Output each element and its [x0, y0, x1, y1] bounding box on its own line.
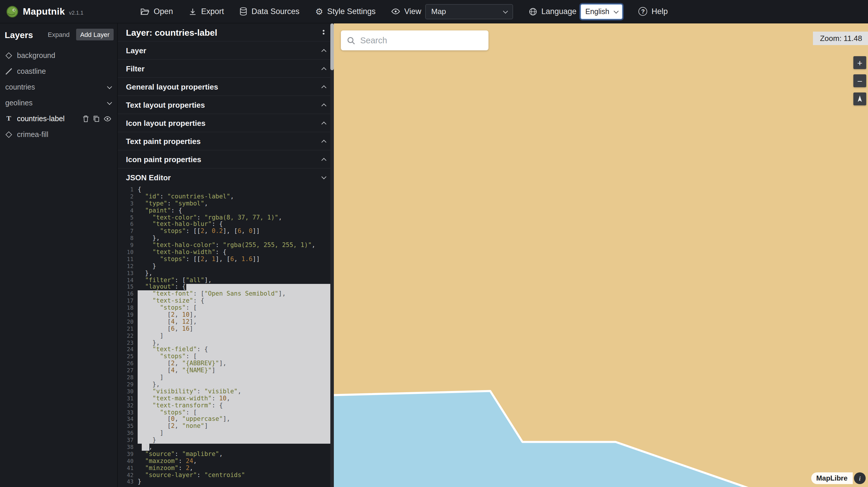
- chevron-down-icon[interactable]: [107, 84, 112, 89]
- search-icon: [347, 36, 355, 45]
- compass-button[interactable]: [854, 93, 866, 105]
- code-line: 30 "visibility": "visible",: [118, 388, 330, 395]
- kebab-menu-icon[interactable]: [321, 29, 326, 36]
- duplicate-icon[interactable]: [93, 115, 99, 122]
- visibility-icon[interactable]: [104, 116, 111, 122]
- code-line: 5 "text-color": "rgba(8, 37, 77, 1)",: [118, 214, 330, 221]
- code-line: 15 "layout": {: [118, 284, 330, 291]
- database-icon: [240, 7, 247, 16]
- code-line: 12 }: [118, 263, 330, 270]
- help-icon: ?: [639, 7, 648, 16]
- zoom-out-button[interactable]: −: [854, 74, 866, 87]
- chevron-down-icon: [321, 174, 327, 180]
- code-line: 27 [4, "{NAME}"]: [118, 367, 330, 374]
- layer-group-geolines[interactable]: geolines: [0, 95, 117, 110]
- code-line: 22 ]: [118, 332, 330, 339]
- view-menu: View Map: [391, 4, 513, 19]
- line-number: 5: [118, 214, 137, 221]
- code-line: 42 "source-layer": "centroids": [118, 472, 330, 479]
- code-line: 7 "stops": [[2, 0.2], [6, 0]]: [118, 228, 330, 235]
- line-number: 35: [118, 423, 137, 430]
- section-text-layout-properties[interactable]: Text layout properties: [118, 95, 334, 113]
- code-line: 2 "id": "countries-label",: [118, 193, 330, 200]
- code-line: 28 ]: [118, 374, 330, 381]
- line-number: 15: [118, 284, 137, 291]
- layer-item-background[interactable]: background: [0, 47, 117, 63]
- section-json-editor[interactable]: JSON Editor: [118, 168, 334, 186]
- line-number: 19: [118, 312, 137, 318]
- line-number: 26: [118, 360, 137, 367]
- section-icon-layout-properties[interactable]: Icon layout properties: [118, 113, 334, 132]
- section-icon-paint-properties[interactable]: Icon paint properties: [118, 150, 334, 168]
- panel-title: Layer: countries-label: [126, 27, 217, 37]
- line-layer-icon: [5, 68, 12, 75]
- line-number: 4: [118, 207, 137, 214]
- layer-list: backgroundcoastlinecountriesgeolinesTcou…: [0, 47, 117, 142]
- code-line: 21 [6, 16]: [118, 325, 330, 332]
- export-button[interactable]: Export: [189, 7, 224, 16]
- language-select[interactable]: English: [581, 4, 623, 19]
- code-line: 17 "text-size": {: [118, 298, 330, 305]
- help-button[interactable]: ? Help: [639, 7, 668, 16]
- style-settings-button[interactable]: ⚙ Style Settings: [315, 7, 375, 16]
- code-line: 37 }: [118, 437, 330, 444]
- maputnik-app: Maputnik v2.1.1 Open Export Data Sources…: [0, 0, 868, 487]
- section-text-paint-properties[interactable]: Text paint properties: [118, 132, 334, 150]
- zoom-in-button[interactable]: +: [854, 56, 866, 69]
- layer-item-coastline[interactable]: coastline: [0, 63, 117, 79]
- code-line: 40 "maxzoom": 24,: [118, 457, 330, 464]
- line-number: 32: [118, 402, 137, 409]
- data-sources-button[interactable]: Data Sources: [240, 7, 300, 16]
- map-water-shape: [334, 24, 868, 487]
- line-number: 11: [118, 256, 137, 263]
- code-line: 26 [2, "{ABBREV}"],: [118, 360, 330, 367]
- code-line: 20 [4, 12],: [118, 318, 330, 325]
- code-line: 14 "filter": ["all"],: [118, 277, 330, 284]
- line-number: 14: [118, 277, 137, 284]
- chevron-up-icon: [321, 122, 327, 126]
- open-button[interactable]: Open: [141, 7, 173, 16]
- globe-icon: [529, 7, 537, 15]
- trash-icon[interactable]: [83, 115, 89, 122]
- section-label: Filter: [126, 64, 145, 73]
- chevron-down-icon: [614, 8, 619, 13]
- add-layer-button[interactable]: Add Layer: [76, 29, 114, 40]
- json-editor[interactable]: 1{2 "id": "countries-label",3 "type": "s…: [118, 186, 330, 487]
- line-number: 12: [118, 263, 137, 270]
- view-select[interactable]: Map: [426, 4, 514, 19]
- section-label: Icon paint properties: [126, 155, 201, 164]
- line-number: 40: [118, 457, 137, 464]
- layer-group-countries[interactable]: countries: [0, 79, 117, 95]
- code-line: 38 },: [118, 444, 330, 451]
- section-layer[interactable]: Layer: [118, 41, 334, 59]
- code-line: 23 },: [118, 339, 330, 346]
- info-icon[interactable]: i: [854, 473, 866, 484]
- code-line: 3 "type": "symbol",: [118, 200, 330, 207]
- maplibre-attribution[interactable]: MapLibre: [811, 473, 853, 484]
- code-line: 34 [0, "uppercase"],: [118, 416, 330, 423]
- layer-actions: [83, 115, 111, 122]
- eye-icon: [391, 8, 400, 14]
- section-filter[interactable]: Filter: [118, 59, 334, 77]
- line-number: 20: [118, 318, 137, 325]
- chevron-down-icon: [503, 8, 508, 13]
- brand: Maputnik v2.1.1: [6, 5, 84, 18]
- chevron-up-icon: [321, 158, 327, 163]
- scrollbar-thumb[interactable]: [330, 24, 334, 70]
- line-number: 33: [118, 409, 137, 416]
- search-input[interactable]: [360, 36, 483, 45]
- map-canvas[interactable]: Zoom: 11.48 + − MapLibre i: [334, 24, 868, 487]
- chevron-up-icon: [321, 85, 327, 90]
- layer-item-label: background: [17, 51, 55, 59]
- property-sections: LayerFilterGeneral layout propertiesText…: [118, 41, 334, 186]
- line-number: 28: [118, 374, 137, 381]
- code-line: 1{: [118, 186, 330, 193]
- layer-item-crimea-fill[interactable]: crimea-fill: [0, 126, 117, 142]
- section-general-layout-properties[interactable]: General layout properties: [118, 77, 334, 95]
- chevron-down-icon[interactable]: [107, 100, 112, 105]
- layer-item-countries-label[interactable]: Tcountries-label: [0, 110, 117, 126]
- chevron-up-icon: [321, 103, 327, 108]
- panel-scrollbar[interactable]: [330, 24, 334, 487]
- expand-button[interactable]: Expand: [43, 29, 74, 40]
- top-toolbar: Maputnik v2.1.1 Open Export Data Sources…: [0, 0, 868, 24]
